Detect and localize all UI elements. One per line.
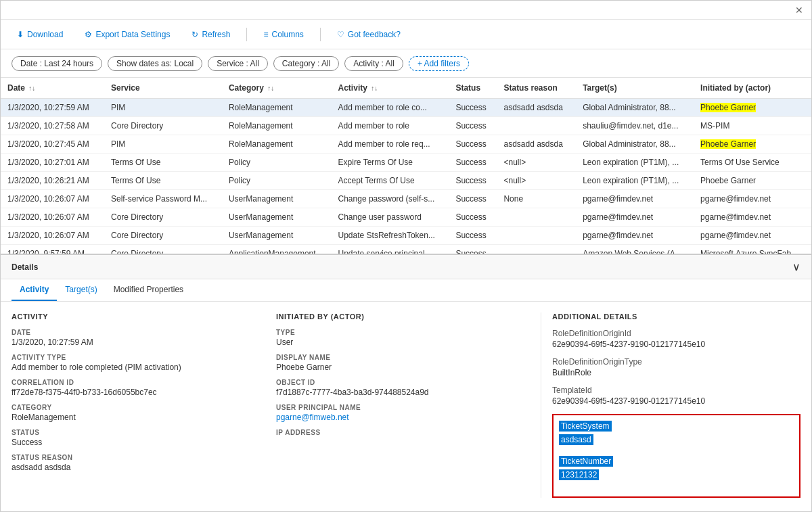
activity-col-header: ACTIVITY <box>12 312 260 321</box>
table-cell: Success <box>449 227 497 245</box>
table-cell: Global Administrator, 88... <box>576 99 694 117</box>
table-cell: UserManagement <box>222 190 332 208</box>
additional-detail-item: RoleDefinitionOriginId62e90394-69f5-4237… <box>552 329 800 349</box>
table-cell: Change user password <box>332 208 449 227</box>
detail-upn-value: pgarne@fimweb.net <box>276 413 524 422</box>
col-date[interactable]: Date ↑↓ <box>1 78 104 99</box>
detail-status-row: STATUS Success <box>12 429 260 447</box>
detail-object-id-value: f7d1887c-7777-4ba3-ba3d-974488524a9d <box>276 388 524 397</box>
col-targets[interactable]: Target(s) <box>576 78 694 99</box>
table-row[interactable]: 1/3/2020, 10:27:01 AMTerms Of UsePolicyE… <box>1 154 811 172</box>
table-cell: Success <box>449 208 497 227</box>
detail-activity-type-value: Add member to role completed (PIM activa… <box>12 363 260 372</box>
col-activity[interactable]: Activity ↑↓ <box>332 78 449 99</box>
detail-type-value: User <box>276 338 524 347</box>
table-cell: Global Administrator, 88... <box>576 135 694 154</box>
table-cell: pgarne@fimdev.net <box>694 227 811 245</box>
table-cell: Core Directory <box>104 117 222 135</box>
table-row[interactable]: 1/3/2020, 10:27:58 AMCore DirectoryRoleM… <box>1 117 811 135</box>
export-button[interactable]: ⚙ Export Data Settings <box>79 27 175 42</box>
table-cell: Add member to role <box>332 117 449 135</box>
detail-category-key: CATEGORY <box>12 404 260 411</box>
detail-date-key: DATE <box>12 329 260 336</box>
detail-ip-row: IP ADDRESS <box>276 429 524 436</box>
additional-detail-item: TemplateId62e90394-69f5-4237-9190-012177… <box>552 386 800 406</box>
columns-button[interactable]: ≡ Columns <box>258 27 309 42</box>
audit-log-table-section: Date ↑↓ Service Category ↑↓ Activity ↑↓ … <box>1 78 811 255</box>
table-cell: Expire Terms Of Use <box>332 154 449 172</box>
download-label: Download <box>27 30 63 39</box>
detail-correlation-value: ff72de78-f375-44f0-b733-16d6055bc7ec <box>12 388 260 397</box>
table-cell: Accept Terms Of Use <box>332 172 449 190</box>
download-button[interactable]: ⬇ Download <box>12 27 68 42</box>
table-row[interactable]: 1/3/2020, 10:27:45 AMPIMRoleManagementAd… <box>1 135 811 154</box>
table-cell: Add member to role req... <box>332 135 449 154</box>
service-filter[interactable]: Service : All <box>208 56 268 71</box>
table-row[interactable]: 1/3/2020, 10:26:07 AMSelf-service Passwo… <box>1 190 811 208</box>
close-button[interactable]: ✕ <box>792 3 806 17</box>
category-filter[interactable]: Category : All <box>273 56 339 71</box>
detail-date-row: DATE 1/3/2020, 10:27:59 AM <box>12 329 260 347</box>
table-cell: Leon expiration (PT1M), ... <box>576 154 694 172</box>
col-category[interactable]: Category ↑↓ <box>222 78 332 99</box>
highlight-box: TicketSystemasdsasdTicketNumber12312132 <box>552 414 800 498</box>
details-content: ACTIVITY DATE 1/3/2020, 10:27:59 AM ACTI… <box>1 302 811 509</box>
export-icon: ⚙ <box>85 30 92 39</box>
detail-status-reason-row: STATUS REASON asdsadd asdsda <box>12 454 260 472</box>
table-cell: pgarne@fimdev.net <box>694 190 811 208</box>
detail-display-name-row: DISPLAY NAME Phoebe Garner <box>276 354 524 372</box>
table-cell: RoleManagement <box>222 135 332 154</box>
detail-type-key: TYPE <box>276 329 524 336</box>
table-cell <box>497 208 576 227</box>
table-cell: Microsoft.Azure.SyncFab... <box>694 245 811 254</box>
additional-detail-value: 62e90394-69f5-4237-9190-012177145e10 <box>552 340 800 349</box>
table-cell: Success <box>449 172 497 190</box>
table-cell: pgarne@fimdev.net <box>576 227 694 245</box>
table-cell: Core Directory <box>104 208 222 227</box>
refresh-button[interactable]: ↻ Refresh <box>186 27 235 42</box>
details-collapse-button[interactable]: ∨ <box>792 260 800 273</box>
tab-modified-properties[interactable]: Modified Properties <box>106 279 191 301</box>
highlight-value: asdsasd <box>559 434 593 445</box>
tab-activity[interactable]: Activity <box>12 279 57 301</box>
table-body: 1/3/2020, 10:27:59 AMPIMRoleManagementAd… <box>1 99 811 254</box>
table-cell: RoleManagement <box>222 117 332 135</box>
table-row[interactable]: 1/3/2020, 10:26:21 AMTerms Of UsePolicyA… <box>1 172 811 190</box>
table-cell: UserManagement <box>222 227 332 245</box>
col-status[interactable]: Status <box>449 78 497 99</box>
additional-col: ADDITIONAL DETAILS RoleDefinitionOriginI… <box>541 312 800 498</box>
main-window: ✕ ⬇ Download ⚙ Export Data Settings ↻ Re… <box>0 0 812 512</box>
add-filters-button[interactable]: + Add filters <box>409 56 469 71</box>
details-section: Activity Target(s) Modified Properties A… <box>1 279 811 511</box>
table-cell: 1/3/2020, 10:26:07 AM <box>1 190 104 208</box>
table-row[interactable]: 1/3/2020, 10:27:59 AMPIMRoleManagementAd… <box>1 99 811 117</box>
toolbar: ⬇ Download ⚙ Export Data Settings ↻ Refr… <box>1 20 811 49</box>
table-cell: Update StsRefreshToken... <box>332 227 449 245</box>
tab-targets[interactable]: Target(s) <box>57 279 105 301</box>
table-cell: Add member to role co... <box>332 99 449 117</box>
table-cell: PIM <box>104 99 222 117</box>
table-container[interactable]: Date ↑↓ Service Category ↑↓ Activity ↑↓ … <box>1 78 811 254</box>
table-row[interactable]: 1/3/2020, 10:26:07 AMCore DirectoryUserM… <box>1 227 811 245</box>
date-filter[interactable]: Date : Last 24 hours <box>12 56 102 71</box>
table-cell: RoleManagement <box>222 99 332 117</box>
additional-items: RoleDefinitionOriginId62e90394-69f5-4237… <box>552 329 800 406</box>
table-cell: Phoebe Garner <box>694 135 811 154</box>
table-row[interactable]: 1/3/2020, 10:26:07 AMCore DirectoryUserM… <box>1 208 811 227</box>
details-label: Details <box>12 262 38 272</box>
refresh-icon: ↻ <box>191 30 198 39</box>
table-cell: 1/3/2020, 10:26:07 AM <box>1 208 104 227</box>
additional-col-header: ADDITIONAL DETAILS <box>552 312 800 321</box>
table-cell: Terms Of Use Service <box>694 154 811 172</box>
col-actor[interactable]: Initiated by (actor) <box>694 78 811 99</box>
table-cell: Success <box>449 99 497 117</box>
table-cell: Terms Of Use <box>104 172 222 190</box>
download-icon: ⬇ <box>17 30 24 39</box>
show-dates-filter[interactable]: Show dates as: Local <box>108 56 202 71</box>
activity-filter[interactable]: Activity : All <box>344 56 403 71</box>
feedback-button[interactable]: ♡ Got feedback? <box>332 27 406 42</box>
col-status-reason[interactable]: Status reason <box>497 78 576 99</box>
table-cell: Success <box>449 117 497 135</box>
col-service[interactable]: Service <box>104 78 222 99</box>
table-row[interactable]: 1/3/2020, 9:57:59 AMCore DirectoryApplic… <box>1 245 811 254</box>
